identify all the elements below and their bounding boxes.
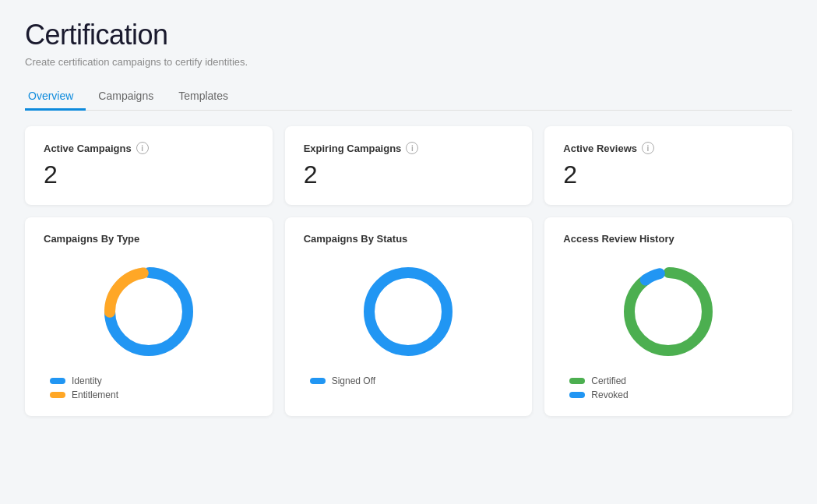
stat-cards-row: Active Campaigns i 2 Expiring Campaigns … xyxy=(25,126,792,205)
legend-item-certified: Certified xyxy=(569,375,628,386)
info-icon-active-campaigns: i xyxy=(136,142,149,154)
legend-label-entitlement: Entitlement xyxy=(72,389,118,400)
legend-item-entitlement: Entitlement xyxy=(50,389,118,400)
chart-access-review-history-title: Access Review History xyxy=(563,233,674,245)
svg-point-3 xyxy=(369,273,447,351)
donut-chart-campaigns-by-status xyxy=(354,257,463,366)
legend-label-identity: Identity xyxy=(72,375,102,386)
legend-dot-identity xyxy=(50,378,65,384)
chart-campaigns-by-type-area: Identity Entitlement xyxy=(44,257,254,400)
card-access-review-history: Access Review History Certified Revoked xyxy=(544,217,792,416)
legend-label-certified: Certified xyxy=(591,375,626,386)
donut-chart-campaigns-by-type xyxy=(94,257,203,366)
card-expiring-campaigns: Expiring Campaigns i 2 xyxy=(285,126,533,205)
legend-item-revoked: Revoked xyxy=(569,389,628,400)
chart-campaigns-by-type-title: Campaigns By Type xyxy=(44,233,139,245)
card-expiring-campaigns-count: 2 xyxy=(304,160,514,189)
svg-point-4 xyxy=(629,273,707,351)
card-active-reviews-label: Active Reviews i xyxy=(563,142,773,154)
tab-overview[interactable]: Overview xyxy=(25,83,86,111)
legend-label-signed-off: Signed Off xyxy=(332,375,375,386)
legend-item-signed-off: Signed Off xyxy=(310,375,375,386)
donut-chart-access-review-history xyxy=(614,257,723,366)
card-active-campaigns: Active Campaigns i 2 xyxy=(25,126,273,205)
tab-templates[interactable]: Templates xyxy=(166,83,241,111)
card-active-campaigns-label: Active Campaigns i xyxy=(44,142,254,154)
legend-dot-certified xyxy=(569,378,585,384)
legend-label-revoked: Revoked xyxy=(591,389,628,400)
page-subtitle: Create certification campaigns to certif… xyxy=(25,56,792,68)
tab-campaigns[interactable]: Campaigns xyxy=(86,83,166,111)
card-active-reviews-count: 2 xyxy=(563,160,773,189)
tabs-bar: Overview Campaigns Templates xyxy=(25,83,792,111)
card-active-campaigns-count: 2 xyxy=(44,160,254,189)
card-active-reviews: Active Reviews i 2 xyxy=(544,126,792,205)
legend-dot-entitlement xyxy=(50,392,65,398)
chart-campaigns-by-status-title: Campaigns By Status xyxy=(304,233,408,245)
page-container: Certification Create certification campa… xyxy=(0,0,817,447)
card-campaigns-by-status: Campaigns By Status Signed Off xyxy=(285,217,533,416)
info-icon-active-reviews: i xyxy=(642,142,654,154)
legend-access-review-history: Certified Revoked xyxy=(569,375,628,400)
chart-cards-row: Campaigns By Type Identity xyxy=(25,217,792,416)
chart-access-review-history-area: Certified Revoked xyxy=(563,257,773,400)
legend-item-identity: Identity xyxy=(50,375,118,386)
page-title: Certification xyxy=(25,19,792,51)
card-campaigns-by-type: Campaigns By Type Identity xyxy=(25,217,273,416)
card-expiring-campaigns-label: Expiring Campaigns i xyxy=(304,142,514,154)
legend-dot-revoked xyxy=(569,392,585,398)
info-icon-expiring-campaigns: i xyxy=(406,142,418,154)
legend-campaigns-by-status: Signed Off xyxy=(310,375,375,386)
legend-dot-signed-off xyxy=(310,378,326,384)
chart-campaigns-by-status-area: Signed Off xyxy=(304,257,514,386)
legend-campaigns-by-type: Identity Entitlement xyxy=(50,375,118,400)
